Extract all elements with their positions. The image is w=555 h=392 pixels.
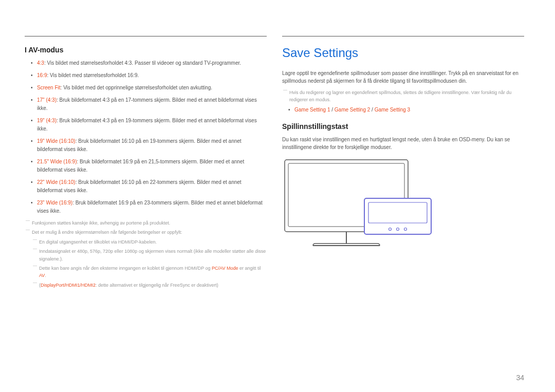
footnote-nested: En digital utgangsenhet er tilkoblet via… <box>32 238 267 246</box>
page-number: 34 <box>516 374 524 382</box>
list-item: 17" (4:3): Bruk bildeformatet 4:3 på en … <box>31 96 267 113</box>
right-column: Save Settings Lagre opptil tre egendefin… <box>282 36 524 291</box>
game-settings-list: Game Setting 1 / Game Setting 2 / Game S… <box>282 106 524 114</box>
list-item: Screen Fit: Vis bildet med det opprinnel… <box>31 84 267 92</box>
footnote: Det er mulig å endre skjermstørrelsen nå… <box>25 229 267 236</box>
footnote-nested: Inndatasignalet er 480p, 576p, 720p elle… <box>32 248 267 263</box>
list-item: 16:9: Vis bildet med størrelsesforholdet… <box>31 71 267 80</box>
footnote-nested: Dette kan bare angis når den eksterne in… <box>32 265 267 279</box>
title-save-settings: Save Settings <box>282 46 524 60</box>
subheading-spillinnstillingstast: Spillinnstillingstast <box>282 122 524 130</box>
list-item: 21.5" Wide (16:9): Bruk bildeformatet 16… <box>31 158 267 174</box>
footnote-nested: (DisplayPort/HDMI1/HDMI2: dette alternat… <box>32 282 267 289</box>
list-item: 22" Wide (16:10): Bruk bildeformatet 16:… <box>31 178 267 195</box>
footnote: Hvis du redigerer og lagrer en egendefin… <box>282 89 524 104</box>
list-item: 4:3: Vis bildet med størrelsesforholdet … <box>31 59 267 67</box>
intro-text: Lagre opptil tre egendefinerte spillmodu… <box>282 69 524 85</box>
list-item: Game Setting 1 / Game Setting 2 / Game S… <box>288 106 524 114</box>
svg-rect-4 <box>364 198 431 234</box>
divider-top-right <box>282 36 524 36</box>
monitor-illustration <box>282 157 524 252</box>
av-modus-list: 4:3: Vis bildet med størrelsesforholdet … <box>25 59 267 215</box>
left-column: I AV-modus 4:3: Vis bildet med størrelse… <box>25 36 267 291</box>
list-item: 19" Wide (16:10): Bruk bildeformatet 16:… <box>31 137 267 154</box>
subtext: Du kan raskt vise innstillingen med en h… <box>282 136 524 151</box>
list-item: 19" (4:3): Bruk bildeformatet 4:3 på en … <box>31 117 267 133</box>
divider-top-left <box>25 36 267 36</box>
heading-av-modus: I AV-modus <box>25 46 267 54</box>
list-item: 23" Wide (16:9): Bruk bildeformatet 16:9… <box>31 199 267 215</box>
footnote: Funksjonen støttes kanskje ikke, avhengi… <box>25 219 267 227</box>
